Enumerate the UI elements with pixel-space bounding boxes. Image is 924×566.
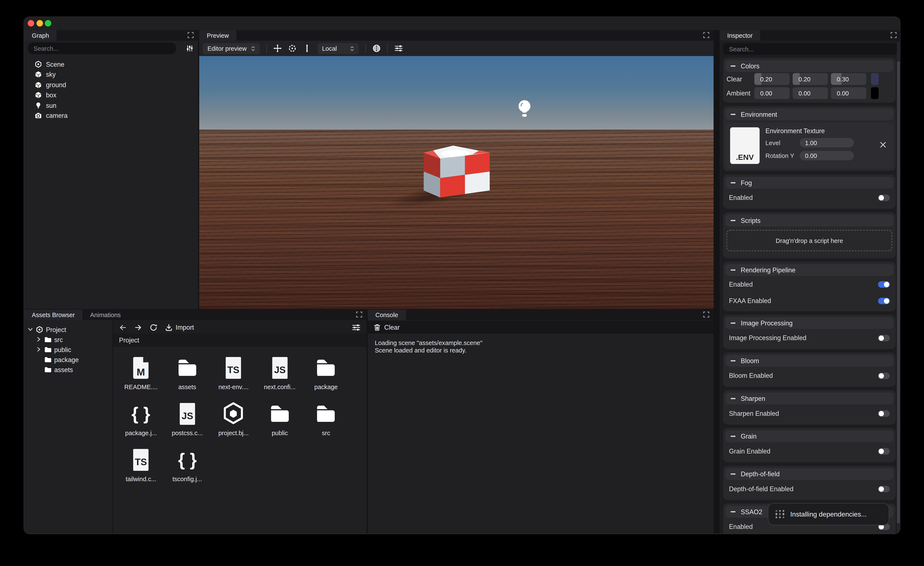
tree-item-package[interactable]: package: [24, 354, 112, 365]
file-item-package-json[interactable]: package.j...: [118, 400, 164, 446]
filter-sliders-icon[interactable]: [352, 323, 361, 331]
fxaa-enabled-toggle[interactable]: [878, 297, 890, 304]
file-item-readme[interactable]: README....: [118, 354, 164, 400]
collapse-icon: [731, 473, 735, 474]
file-item-next-env[interactable]: next-env....: [210, 354, 256, 400]
depth-of-field-section-header[interactable]: Depth-of-field: [725, 468, 893, 480]
tree-item-src[interactable]: src: [24, 334, 112, 344]
tab-preview[interactable]: Preview: [199, 30, 237, 41]
minimize-traffic-light[interactable]: [36, 20, 43, 26]
ambient-color-swatch[interactable]: [871, 87, 879, 99]
expand-panel-icon[interactable]: [703, 311, 710, 318]
file-item-package-folder[interactable]: package: [303, 354, 349, 400]
collapse-icon: [731, 360, 735, 361]
env-texture-thumbnail[interactable]: .ENV: [730, 128, 759, 164]
ambient-g-field[interactable]: 0.00: [792, 87, 828, 99]
file-item-assets[interactable]: assets: [164, 354, 210, 400]
zoom-traffic-light[interactable]: [45, 20, 51, 26]
render-options-icon[interactable]: [394, 44, 403, 53]
sharpen-section-header[interactable]: Sharpen: [725, 393, 893, 404]
assets-tabbar: Assets Browser Animations: [24, 310, 366, 320]
graph-search-input[interactable]: Search...: [28, 42, 176, 54]
clear-color-swatch[interactable]: [871, 73, 879, 85]
rotate-gizmo-button[interactable]: [288, 44, 296, 53]
tab-assets-browser[interactable]: Assets Browser: [24, 310, 82, 320]
inspector-tabbar: Inspector: [719, 30, 900, 41]
clear-b-field[interactable]: 0.30: [831, 73, 866, 85]
grain-section-header[interactable]: Grain: [725, 431, 893, 442]
ambient-r-field[interactable]: 0.00: [754, 87, 790, 99]
expand-panel-icon[interactable]: [703, 32, 710, 38]
file-item-postcss[interactable]: postcss.c...: [164, 400, 210, 446]
close-traffic-light[interactable]: [28, 20, 34, 26]
tree-item-project[interactable]: Project: [24, 324, 112, 334]
colors-section-header[interactable]: Colors: [725, 60, 893, 72]
clear-console-button[interactable]: Clear: [384, 324, 400, 331]
file-item-public[interactable]: public: [256, 400, 303, 446]
tab-console[interactable]: Console: [368, 310, 406, 320]
file-item-project-bjs[interactable]: project.bj...: [210, 400, 256, 446]
inspector-search-input[interactable]: Search...: [723, 43, 898, 55]
installing-dependencies-toast: Installing dependencies...: [768, 503, 889, 525]
file-item-next-config[interactable]: next.confi...: [256, 354, 303, 400]
tab-animations[interactable]: Animations: [82, 310, 129, 320]
clear-r-field[interactable]: 0.20: [754, 73, 790, 85]
preview-panel: Preview Editor preview Local: [199, 30, 714, 309]
expand-panel-icon[interactable]: [188, 32, 194, 38]
tree-item-scene[interactable]: Scene: [24, 59, 198, 69]
tree-item-camera[interactable]: camera: [24, 111, 198, 121]
env-level-field[interactable]: 1.00: [800, 138, 854, 147]
forward-arrow-button[interactable]: [134, 323, 142, 331]
expand-panel-icon[interactable]: [890, 32, 897, 38]
light-gizmo-bulb-icon[interactable]: [518, 100, 531, 121]
viewport-3d[interactable]: [199, 56, 714, 309]
script-dropzone[interactable]: Drag'n'drop a script here: [727, 230, 892, 251]
bloom-section-header[interactable]: Bloom: [725, 355, 893, 367]
back-arrow-button[interactable]: [119, 323, 127, 331]
file-item-tsconfig[interactable]: tsconfig.j...: [164, 446, 210, 492]
ambient-b-field[interactable]: 0.00: [831, 87, 866, 99]
fog-section-header[interactable]: Fog: [725, 177, 893, 189]
filter-sliders-icon[interactable]: [186, 45, 193, 52]
depth-of-field-enabled-toggle[interactable]: [878, 485, 890, 492]
tree-item-sun[interactable]: sun: [24, 100, 198, 110]
tree-item-sky[interactable]: sky: [24, 69, 198, 80]
tree-item-assets[interactable]: assets: [24, 365, 112, 374]
transform-space-select[interactable]: Local: [317, 43, 358, 54]
image-processing-section-header[interactable]: Image Processing: [725, 317, 893, 329]
image-processing-enabled-toggle[interactable]: [878, 335, 890, 341]
breadcrumb[interactable]: Project: [113, 334, 366, 347]
clear-g-field[interactable]: 0.20: [792, 73, 828, 85]
inspector-scrollbar[interactable]: [897, 42, 900, 533]
scene-icon: [35, 60, 42, 68]
file-item-tailwind[interactable]: tailwind.c...: [118, 446, 164, 492]
import-button[interactable]: Import: [165, 323, 194, 331]
file-item-src[interactable]: src: [303, 400, 349, 446]
tab-graph[interactable]: Graph: [24, 30, 57, 41]
fog-enabled-toggle[interactable]: [878, 194, 890, 201]
section-title: Depth-of-field: [741, 470, 780, 477]
collapse-icon: [731, 220, 735, 221]
refresh-button[interactable]: [150, 323, 157, 331]
scripts-section-header[interactable]: Scripts: [725, 215, 893, 226]
grain-enabled-toggle[interactable]: [878, 448, 890, 454]
environment-section-header[interactable]: Environment: [725, 108, 893, 120]
tree-item-box[interactable]: box: [24, 90, 198, 100]
checker-cube-mesh[interactable]: [423, 144, 491, 199]
move-gizmo-button[interactable]: [273, 44, 282, 53]
preview-mode-select[interactable]: Editor preview: [202, 43, 260, 54]
collapse-icon: [731, 270, 735, 270]
scale-gizmo-button[interactable]: [303, 44, 311, 53]
globe-icon[interactable]: [372, 44, 380, 53]
pipeline-enabled-toggle[interactable]: [878, 281, 890, 287]
toolbar-divider: [266, 44, 267, 53]
tab-inspector[interactable]: Inspector: [719, 30, 760, 41]
env-rotation-field[interactable]: 0.00: [800, 151, 854, 160]
sharpen-enabled-toggle[interactable]: [878, 410, 890, 416]
rendering-pipeline-section-header[interactable]: Rendering Pipeline: [725, 264, 893, 276]
expand-panel-icon[interactable]: [356, 311, 362, 318]
tree-item-ground[interactable]: ground: [24, 80, 198, 90]
bloom-enabled-toggle[interactable]: [878, 372, 890, 379]
remove-texture-close-icon[interactable]: [880, 141, 886, 148]
tree-item-public[interactable]: public: [24, 344, 112, 354]
